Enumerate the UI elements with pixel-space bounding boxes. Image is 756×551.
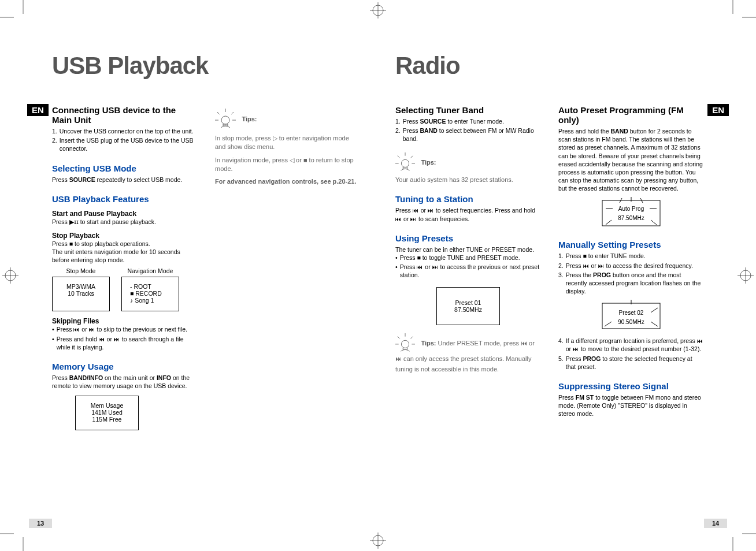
display-label-nav-mode: Navigation Mode bbox=[121, 267, 179, 274]
subheading-start-pause: Start and Pause Playback bbox=[52, 210, 198, 218]
svg-line-53 bbox=[651, 322, 658, 326]
heading-selecting-tuner-band: Selecting Tuner Band bbox=[395, 105, 541, 115]
heading-manually-setting-presets: Manually Setting Presets bbox=[558, 240, 704, 250]
body-text: The tuner can be in either TUNE or PRESE… bbox=[395, 245, 541, 254]
svg-line-22 bbox=[217, 112, 220, 114]
page-number-right: 14 bbox=[704, 519, 727, 528]
body-text: Press FM ST to toggle between FM mono an… bbox=[558, 393, 704, 418]
svg-point-20 bbox=[221, 116, 229, 124]
display-label-stop-mode: Stop Mode bbox=[52, 267, 110, 274]
title-radio: Radio bbox=[395, 52, 704, 80]
step-text: Press the PROG button once and the most … bbox=[566, 271, 704, 296]
heading-memory-usage: Memory Usage bbox=[52, 362, 198, 371]
tips-text: In stop mode, press ▷ to enter navigatio… bbox=[215, 134, 361, 151]
heading-auto-preset: Auto Preset Programming (FM only) bbox=[558, 105, 704, 125]
svg-line-35 bbox=[410, 337, 413, 339]
display-box-preset: Preset 01 87.50MHz bbox=[436, 287, 500, 325]
lightbulb-icon bbox=[215, 109, 236, 129]
step-text: Insert the USB plug of the USB device to… bbox=[60, 136, 198, 152]
tips-text: Your audio system has 32 preset stations… bbox=[395, 176, 541, 184]
step-text: If a different program location is prefe… bbox=[566, 337, 704, 353]
subheading-skipping-files: Skipping Files bbox=[52, 317, 198, 325]
page-right: EN Radio Selecting Tuner Band 1. Press S… bbox=[378, 0, 756, 551]
page-number-left: 13 bbox=[29, 519, 52, 528]
svg-line-43 bbox=[606, 220, 612, 225]
display-manual-preset: Preset 02 90.50MHz bbox=[596, 300, 666, 332]
step-text: Press PROG to store the selected frequen… bbox=[566, 355, 704, 371]
svg-line-23 bbox=[231, 112, 234, 114]
tips-text: For advanced navigation controls, see p.… bbox=[215, 177, 361, 186]
svg-text:87.50MHz: 87.50MHz bbox=[618, 215, 644, 221]
svg-text:Auto Prog: Auto Prog bbox=[618, 206, 644, 212]
svg-point-32 bbox=[401, 341, 409, 348]
step-number: 1. bbox=[558, 252, 564, 260]
body-text: Press ■ to stop playback operations. bbox=[52, 240, 198, 248]
step-text: Uncover the USB connector on the top of … bbox=[60, 127, 194, 135]
display-box-memory: Mem Usage 141M Used 115M Free bbox=[75, 396, 139, 430]
svg-line-54 bbox=[605, 322, 612, 326]
lightbulb-icon bbox=[395, 333, 415, 353]
tips-label: Tips: bbox=[421, 159, 436, 166]
body-text: Press and hold the BAND button for 2 sec… bbox=[558, 127, 704, 192]
step-number: 1. bbox=[395, 117, 401, 125]
title-usb-playback: USB Playback bbox=[52, 52, 361, 80]
body-text: Press BAND/INFO on the main unit or INFO… bbox=[52, 374, 198, 390]
body-text: Press ▶ɪɪ to start and pause playback. bbox=[52, 218, 198, 226]
language-badge-left: EN bbox=[27, 104, 49, 116]
display-box-nav-mode: - ROOT ■ RECORD ♪ Song 1 bbox=[121, 277, 179, 311]
svg-text:Preset 02: Preset 02 bbox=[619, 310, 644, 316]
svg-point-26 bbox=[401, 159, 409, 167]
heading-using-presets: Using Presets bbox=[395, 233, 541, 243]
bullet-text: Press ■ to toggle TUNE and PRESET mode. bbox=[400, 254, 520, 262]
bullet-text: Press and hold ⏮ or ⏭ to search through … bbox=[57, 335, 198, 351]
svg-rect-38 bbox=[602, 200, 660, 226]
body-text: Press ⏮ or ⏭ to select frequencies. Pres… bbox=[395, 206, 541, 222]
tips-text: Tips: Under PRESET mode, press ⏮ or ⏭ ca… bbox=[395, 340, 535, 373]
heading-suppressing-stereo: Suppressing Stereo Signal bbox=[558, 381, 704, 391]
step-text: Press ⏮ or ⏭ to access the desired frequ… bbox=[566, 262, 693, 270]
body-text: Press SOURCE repeatedly to select USB mo… bbox=[52, 176, 198, 184]
svg-line-52 bbox=[651, 308, 658, 312]
body-text: The unit enters navigation mode for 10 s… bbox=[52, 248, 198, 264]
svg-text:90.50MHz: 90.50MHz bbox=[618, 319, 644, 325]
step-text: Press ■ to enter TUNE mode. bbox=[566, 252, 646, 260]
language-badge-right: EN bbox=[707, 104, 729, 116]
tips-label: Tips: bbox=[242, 116, 257, 122]
page-left: EN USB Playback Connecting USB device to… bbox=[0, 0, 378, 551]
heading-selecting-usb-mode: Selecting USB Mode bbox=[52, 163, 198, 173]
step-number: 3. bbox=[558, 271, 564, 296]
step-number: 2. bbox=[395, 126, 401, 143]
step-number: 1. bbox=[52, 127, 57, 135]
lightbulb-icon bbox=[395, 152, 415, 172]
heading-usb-playback-features: USB Playback Features bbox=[52, 194, 198, 204]
step-number: 5. bbox=[558, 355, 564, 371]
display-auto-prog: Auto Prog 87.50MHz bbox=[596, 197, 666, 229]
step-text: Press BAND to select between FM or MW Ra… bbox=[403, 126, 541, 143]
svg-line-34 bbox=[398, 337, 400, 339]
display-box-stop-mode: MP3/WMA 10 Tracks bbox=[52, 277, 110, 311]
step-number: 4. bbox=[558, 337, 564, 353]
svg-line-29 bbox=[410, 155, 413, 158]
step-number: 2. bbox=[558, 262, 564, 270]
bullet-text: Press ⏮ or ⏭ to access the previous or n… bbox=[400, 263, 541, 279]
svg-line-28 bbox=[398, 155, 400, 158]
heading-tuning-station: Tuning to a Station bbox=[395, 194, 541, 204]
step-number: 2. bbox=[52, 136, 57, 152]
heading-connecting-usb: Connecting USB device to the Main Unit bbox=[52, 105, 198, 125]
step-text: Press SOURCE to enter Tuner mode. bbox=[403, 117, 504, 125]
subheading-stop-playback: Stop Playback bbox=[52, 232, 198, 240]
bullet-text: Press ⏮ or ⏭ to skip to the previous or … bbox=[57, 325, 187, 333]
tips-text: In navigation mode, press ◁ or ■ to retu… bbox=[215, 156, 361, 173]
svg-line-44 bbox=[651, 220, 657, 225]
